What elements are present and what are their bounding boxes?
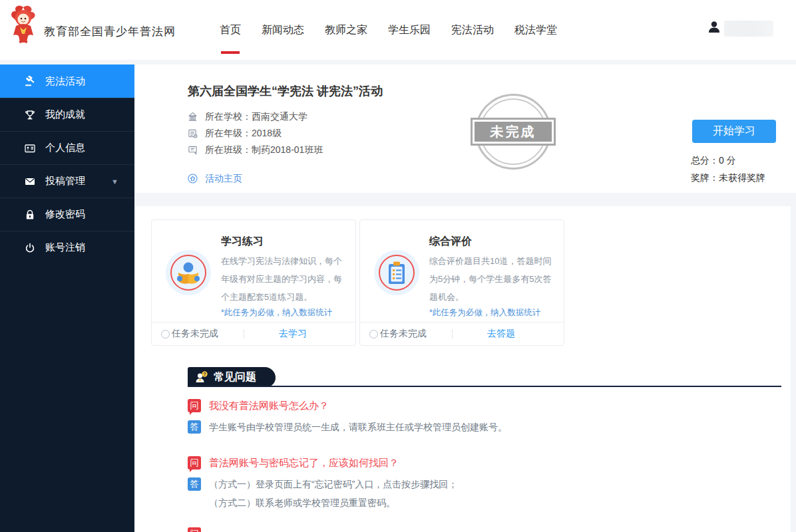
main-nav: 首页 新闻动态 教师之家 学生乐园 宪法活动 税法学堂 [220,0,557,60]
task-footer: 任务未完成 去学习 [152,322,355,345]
footer-divider [244,329,244,338]
activity-home-link[interactable]: 活动主页 [188,173,242,185]
faq-header-tab: ? 常见问题 [188,367,276,387]
task-title: 学习练习 [221,235,264,249]
user-account-area[interactable] [707,20,773,37]
sidebar-item-label: 宪法活动 [45,75,85,88]
medal-status: 奖牌：未获得奖牌 [691,172,765,184]
task-description: 综合评价题目共10道，答题时间为5分钟，每个学生最多有5次答题机会。 [429,252,553,306]
sidebar-item-label: 投稿管理 [45,175,85,188]
task-status: 任务未完成 [161,328,218,340]
faq-question-row: 问 我没有普法网账号怎么办？ [188,399,329,412]
site-name: 教育部全国青少年普法网 [44,24,176,39]
status-circle-icon [369,330,378,338]
school-info-text: 所在学校：西南交通大学 [205,111,307,123]
sidebar-item-label: 修改密码 [45,208,85,221]
sidebar-item-label: 账号注销 [45,241,85,254]
sidebar-item-constitution-activity[interactable]: 宪法活动 [0,65,134,98]
task-card-comprehensive-evaluation: 综合评价 综合评价题目共10道，答题时间为5分钟，每个学生最多有5次答题机会。 … [359,219,564,346]
grade-info-text: 所在年级：2018级 [205,128,282,140]
faq-answer-row: 答 学生账号由学校管理员统一生成，请联系班主任或学校管理员创建账号。 [188,420,507,436]
faq-answer-text: （方式一）登录页面上有“忘记密码”入口，点击按步骤找回；（方式二）联系老师或学校… [209,475,457,512]
clipboard-icon [373,249,420,296]
class-info-row: 所在班级：制药2018-01班班 [188,144,323,156]
task-description: 在线学习宪法与法律知识，每个年级有对应主题的学习内容，每个主题配套5道练习题。 [221,252,345,306]
task-card-study-practice: 学习练习 在线学习宪法与法律知识，每个年级有对应主题的学习内容，每个主题配套5道… [151,219,356,346]
question-badge-icon: 问 [188,399,201,412]
nav-teacher-home[interactable]: 教师之家 [325,0,367,60]
question-badge-icon: 问 [188,456,201,469]
sidebar-item-label: 我的成就 [45,108,85,121]
nav-student-park[interactable]: 学生乐园 [388,0,431,60]
user-icon [707,20,721,37]
power-icon [24,242,36,254]
activity-summary-panel: 第六届全国学生“学宪法 讲宪法”活动 所在学校：西南交通大学 所在年级：2018… [134,65,796,193]
sidebar-item-personal-info[interactable]: 个人信息 [0,131,134,164]
person-question-icon: ? [194,370,209,384]
content-panel: 学习练习 在线学习宪法与法律知识，每个年级有对应主题的学习内容，每个主题配套5道… [134,206,791,532]
top-header: 教育部全国青少年普法网 首页 新闻动态 教师之家 学生乐园 宪法活动 税法学堂 [0,0,796,60]
task-status: 任务未完成 [369,328,427,340]
start-learning-button[interactable]: 开始学习 [692,120,776,143]
nav-constitution-activity[interactable]: 宪法活动 [451,0,494,60]
sidebar-item-submission-management[interactable]: 投稿管理 ▼ [0,164,134,198]
nav-news[interactable]: 新闻动态 [262,0,304,60]
chevron-down-icon: ▼ [111,178,118,186]
footer-divider [452,329,453,338]
total-score: 总分：0 分 [691,155,736,167]
faq-title: 常见问题 [214,370,256,384]
nav-home[interactable]: 首页 [220,0,241,60]
reading-person-icon [165,249,212,296]
question-badge-icon: 问 [188,527,201,532]
faq-answer-row: 答 （方式一）登录页面上有“忘记密码”入口，点击按步骤找回；（方式二）联系老师或… [188,477,457,512]
answer-badge-icon: 答 [188,477,201,491]
lock-icon [24,209,36,221]
activity-home-link-label: 活动主页 [205,173,242,185]
id-card-icon [24,142,36,154]
sidebar-item-change-password[interactable]: 修改密码 [0,198,134,231]
task-note: *此任务为必做，纳入数据统计 [429,307,540,319]
sidebar: 宪法活动 我的成就 个人信息 投稿管理 ▼ 修改密码 账号注销 [0,65,134,532]
faq-answer-text: 学生账号由学校管理员统一生成，请联系班主任或学校管理员创建账号。 [209,418,507,436]
status-circle-icon [161,330,170,338]
sidebar-item-label: 个人信息 [45,142,85,154]
class-icon [188,145,198,156]
class-info-text: 所在班级：制药2018-01班班 [205,144,323,156]
incomplete-stamp: 未完成 [475,94,551,170]
faq-question-row: 问 普法网账号与密码忘记了，应该如何找回？ [188,456,399,469]
svg-text:?: ? [204,372,206,376]
go-study-link[interactable]: 去学习 [279,328,307,340]
gavel-icon [24,75,36,87]
faq-question-text: 普法网账号与密码忘记了，应该如何找回？ [209,456,399,469]
site-mascot-logo [7,5,40,43]
trophy-icon [24,109,36,121]
task-title: 综合评价 [429,235,472,249]
home-icon [188,174,198,184]
grade-info-row: 所在年级：2018级 [188,128,282,140]
faq-question-text: 我没有普法网账号怎么办？ [209,399,329,412]
answer-badge-icon: 答 [188,420,201,434]
task-footer: 任务未完成 去答题 [360,322,564,345]
grade-icon [188,128,198,139]
faq-divider-line [188,386,781,387]
nav-tax-law-school[interactable]: 税法学堂 [514,0,557,60]
school-info-row: 所在学校：西南交通大学 [188,111,307,123]
task-note: *此任务为必做，纳入数据统计 [221,307,332,319]
stamp-banner-label: 未完成 [471,118,556,146]
sidebar-item-my-achievements[interactable]: 我的成就 [0,98,134,131]
user-name-redacted [724,21,773,37]
faq-question-row-clipped: 问 [188,527,201,532]
sidebar-item-account-logout[interactable]: 账号注销 [0,231,134,264]
go-answer-link[interactable]: 去答题 [487,328,515,340]
activity-title: 第六届全国学生“学宪法 讲宪法”活动 [188,83,383,99]
mail-icon [24,176,36,188]
school-icon [188,112,198,122]
